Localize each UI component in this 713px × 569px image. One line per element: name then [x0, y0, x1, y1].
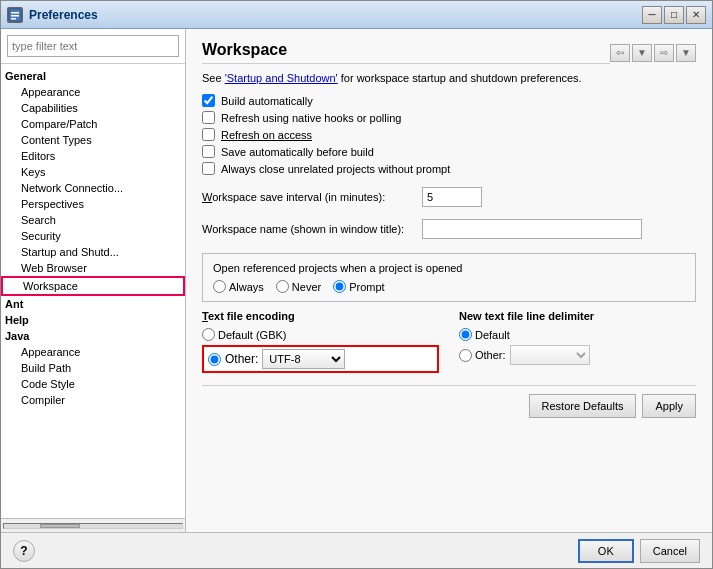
maximize-button[interactable]: □: [664, 6, 684, 24]
svg-rect-2: [11, 15, 19, 17]
footer-buttons: OK Cancel: [578, 539, 700, 563]
close-button[interactable]: ✕: [686, 6, 706, 24]
line-delimiter-section: New text file line delimiter Default Oth…: [459, 310, 696, 373]
nav-dropdown-button[interactable]: ▼: [632, 44, 652, 62]
open-referenced-section: Open referenced projects when a project …: [202, 253, 696, 302]
nav-back-button[interactable]: ⇦: [610, 44, 630, 62]
encoding-default-label: Default (GBK): [202, 328, 286, 341]
help-button[interactable]: ?: [13, 540, 35, 562]
main-content: General Appearance Capabilities Compare/…: [1, 29, 712, 532]
scrollbar-track: [3, 523, 183, 529]
radio-always[interactable]: [213, 280, 226, 293]
radio-always-label: Always: [213, 280, 264, 293]
nav-forward-button[interactable]: ⇨: [654, 44, 674, 62]
open-referenced-options: Always Never Prompt: [213, 280, 685, 293]
sidebar-item-startup[interactable]: Startup and Shutd...: [1, 244, 185, 260]
cancel-button[interactable]: Cancel: [640, 539, 700, 563]
sidebar-scrollbar-h[interactable]: [1, 518, 185, 532]
sidebar-item-java[interactable]: Java: [1, 328, 185, 344]
checkbox-refresh-access: Refresh on access: [202, 128, 696, 141]
sidebar: General Appearance Capabilities Compare/…: [1, 29, 186, 532]
save-interval-row: Workspace save interval (in minutes):: [202, 187, 696, 207]
apply-button[interactable]: Apply: [642, 394, 696, 418]
encoding-other-radio[interactable]: [208, 353, 221, 366]
sidebar-item-compiler[interactable]: Compiler: [1, 392, 185, 408]
startup-shutdown-link[interactable]: 'Startup and Shutdown': [225, 72, 338, 84]
refresh-access-label: Refresh on access: [221, 129, 312, 141]
refresh-native-label: Refresh using native hooks or polling: [221, 112, 401, 124]
sidebar-item-web-browser[interactable]: Web Browser: [1, 260, 185, 276]
panel-header: Workspace ⇦ ▼ ⇨ ▼: [202, 41, 696, 64]
encoding-default-radio[interactable]: [202, 328, 215, 341]
sidebar-item-security[interactable]: Security: [1, 228, 185, 244]
save-auto-label: Save automatically before build: [221, 146, 374, 158]
encoding-delimiter-row: Text file encoding Default (GBK) Other: …: [202, 310, 696, 373]
sidebar-item-keys[interactable]: Keys: [1, 164, 185, 180]
encoding-other-label: Other:: [225, 352, 258, 366]
tree-area: General Appearance Capabilities Compare/…: [1, 64, 185, 518]
radio-prompt[interactable]: [333, 280, 346, 293]
open-referenced-title: Open referenced projects when a project …: [213, 262, 685, 274]
search-input[interactable]: [7, 35, 179, 57]
sidebar-item-capabilities[interactable]: Capabilities: [1, 100, 185, 116]
checkbox-build-auto: Build automatically: [202, 94, 696, 107]
sidebar-item-code-style[interactable]: Code Style: [1, 376, 185, 392]
dialog-footer: ? OK Cancel: [1, 532, 712, 568]
panel-description: See 'Startup and Shutdown' for workspace…: [202, 72, 696, 84]
minimize-button[interactable]: ─: [642, 6, 662, 24]
close-unrelated-checkbox[interactable]: [202, 162, 215, 175]
sidebar-item-search[interactable]: Search: [1, 212, 185, 228]
radio-never[interactable]: [276, 280, 289, 293]
encoding-default-row: Default (GBK): [202, 328, 439, 341]
sidebar-item-help[interactable]: Help: [1, 312, 185, 328]
restore-defaults-button[interactable]: Restore Defaults: [529, 394, 637, 418]
close-unrelated-label: Always close unrelated projects without …: [221, 163, 450, 175]
delimiter-other-row: Other: Windows Unix: [459, 345, 696, 365]
window-name-row: Workspace name (shown in window title):: [202, 219, 696, 239]
scrollbar-thumb[interactable]: [40, 524, 80, 528]
search-box: [1, 29, 185, 64]
panel-title: Workspace: [202, 41, 610, 64]
sidebar-item-java-appearance[interactable]: Appearance: [1, 344, 185, 360]
nav-forward-dropdown-button[interactable]: ▼: [676, 44, 696, 62]
radio-never-label: Never: [276, 280, 321, 293]
checkbox-save-auto: Save automatically before build: [202, 145, 696, 158]
sidebar-item-perspectives[interactable]: Perspectives: [1, 196, 185, 212]
sidebar-item-general[interactable]: General: [1, 68, 185, 84]
window-name-label: Workspace name (shown in window title):: [202, 223, 422, 235]
panel-nav: ⇦ ▼ ⇨ ▼: [610, 44, 696, 62]
save-auto-checkbox[interactable]: [202, 145, 215, 158]
sidebar-item-network[interactable]: Network Connectio...: [1, 180, 185, 196]
sidebar-item-appearance[interactable]: Appearance: [1, 84, 185, 100]
sidebar-item-ant[interactable]: Ant: [1, 296, 185, 312]
svg-rect-1: [11, 12, 19, 14]
sidebar-item-content-types[interactable]: Content Types: [1, 132, 185, 148]
delimiter-other-label: Other:: [459, 349, 506, 362]
window-controls: ─ □ ✕: [642, 6, 706, 24]
sidebar-item-editors[interactable]: Editors: [1, 148, 185, 164]
delimiter-default-radio[interactable]: [459, 328, 472, 341]
window-name-input[interactable]: [422, 219, 642, 239]
refresh-access-checkbox[interactable]: [202, 128, 215, 141]
encoding-other-select[interactable]: UTF-8 GBK ISO-8859-1: [262, 349, 345, 369]
preferences-window: Preferences ─ □ ✕ General Appearance Cap…: [0, 0, 713, 569]
svg-rect-3: [11, 18, 16, 20]
save-interval-input[interactable]: [422, 187, 482, 207]
window-title: Preferences: [29, 8, 642, 22]
title-bar: Preferences ─ □ ✕: [1, 1, 712, 29]
sidebar-item-workspace[interactable]: Workspace: [1, 276, 185, 296]
build-auto-checkbox[interactable]: [202, 94, 215, 107]
sidebar-item-compare-patch[interactable]: Compare/Patch: [1, 116, 185, 132]
sidebar-item-build-path[interactable]: Build Path: [1, 360, 185, 376]
radio-prompt-label: Prompt: [333, 280, 384, 293]
delimiter-other-select[interactable]: Windows Unix: [510, 345, 590, 365]
delimiter-default-label: Default: [459, 328, 510, 341]
delimiter-other-radio[interactable]: [459, 349, 472, 362]
refresh-native-checkbox[interactable]: [202, 111, 215, 124]
build-auto-label: Build automatically: [221, 95, 313, 107]
delimiter-default-row: Default: [459, 328, 696, 341]
line-delimiter-title: New text file line delimiter: [459, 310, 696, 322]
right-panel: Workspace ⇦ ▼ ⇨ ▼ See 'Startup and Shutd…: [186, 29, 712, 532]
checkbox-close-unrelated: Always close unrelated projects without …: [202, 162, 696, 175]
ok-button[interactable]: OK: [578, 539, 634, 563]
